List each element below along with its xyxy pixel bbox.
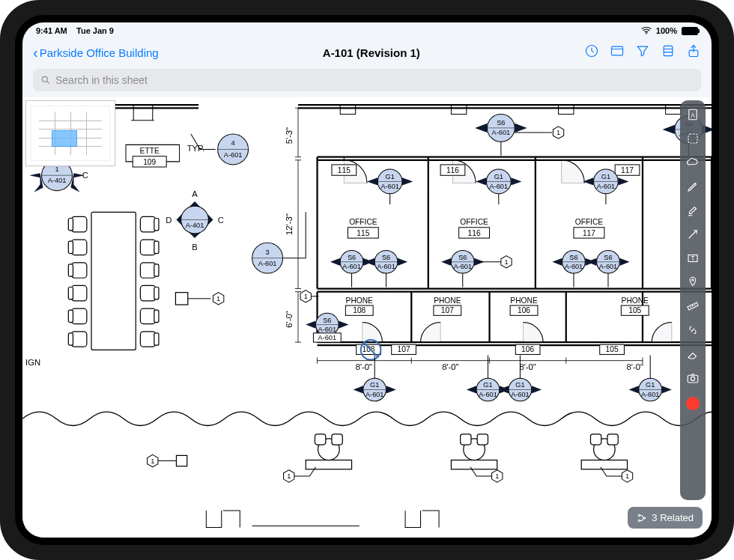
hex-ws-3: 1 [622, 470, 632, 482]
svg-text:G1: G1 [646, 381, 655, 389]
search-input[interactable]: Search in this sheet [33, 69, 701, 91]
svg-rect-2 [611, 46, 622, 55]
door-tag-106b: 106 [515, 344, 540, 354]
svg-text:116: 116 [446, 166, 459, 174]
status-date: Tue Jan 9 [76, 26, 114, 35]
search-icon [40, 75, 51, 85]
svg-rect-203 [154, 219, 159, 231]
search-placeholder: Search in this sheet [55, 74, 148, 86]
tool-pen[interactable] [685, 178, 701, 195]
grid-hex-1a: 1 [553, 127, 563, 139]
svg-text:107: 107 [398, 345, 410, 353]
tool-pin[interactable] [685, 274, 701, 290]
back-label: Parkside Office Building [40, 46, 159, 59]
svg-text:6'-0": 6'-0" [285, 311, 294, 327]
svg-text:ETTE: ETTE [140, 147, 160, 155]
svg-marker-112 [552, 258, 562, 266]
room-tag-106: PHONE106 [510, 296, 538, 315]
svg-marker-106 [441, 258, 451, 266]
record-button[interactable] [686, 397, 700, 410]
svg-text:OFFICE: OFFICE [349, 218, 377, 226]
tool-highlight[interactable] [685, 202, 701, 219]
tool-link[interactable] [685, 322, 701, 338]
svg-text:G1: G1 [494, 173, 503, 180]
svg-text:PHONE: PHONE [434, 296, 461, 305]
svg-text:PHONE: PHONE [510, 296, 538, 305]
door-tag-117: 117 [615, 165, 640, 175]
svg-marker-80 [618, 177, 628, 185]
room-tag-115: OFFICE115 [348, 218, 378, 238]
svg-rect-189 [91, 212, 136, 350]
svg-text:1: 1 [304, 293, 308, 300]
svg-marker-163 [532, 386, 542, 393]
s6-116: S6A-601 [441, 250, 484, 273]
svg-marker-151 [386, 386, 396, 393]
tool-cloud[interactable] [685, 154, 701, 171]
svg-rect-227 [590, 434, 601, 445]
svg-text:A-401: A-401 [48, 177, 67, 184]
svg-text:107: 107 [441, 306, 454, 314]
svg-text:A-601: A-601 [597, 183, 616, 190]
svg-rect-221 [451, 460, 497, 469]
back-button[interactable]: ‹ Parkside Office Building [33, 45, 159, 60]
tool-measure[interactable] [685, 298, 701, 314]
svg-marker-79 [583, 177, 593, 185]
nav-bar: ‹ Parkside Office Building A-101 (Revisi… [22, 39, 712, 66]
svg-text:8'-0": 8'-0" [442, 362, 458, 371]
svg-marker-63 [367, 177, 377, 185]
workstation-1 [306, 434, 351, 469]
sheet-viewport[interactable]: A T 3 Related [22, 97, 712, 538]
svg-text:1: 1 [625, 472, 629, 480]
svg-rect-198 [71, 308, 86, 323]
room-tag-108: PHONE108 [345, 296, 373, 315]
svg-text:108: 108 [353, 306, 366, 314]
tool-eraser[interactable] [685, 346, 701, 362]
tool-text[interactable]: T [685, 250, 701, 267]
svg-text:OFFICE: OFFICE [575, 218, 604, 226]
svg-rect-223 [461, 434, 471, 445]
svg-text:1: 1 [495, 472, 499, 480]
svg-text:A-601: A-601 [380, 183, 399, 190]
compare-button[interactable] [610, 43, 625, 61]
g1-lower-1: G1A-601 [354, 378, 396, 401]
svg-rect-3 [664, 46, 673, 55]
svg-text:S6: S6 [497, 119, 505, 127]
svg-rect-209 [154, 287, 159, 299]
svg-marker-50 [515, 124, 527, 133]
svg-marker-174 [306, 320, 315, 328]
svg-marker-49 [475, 124, 487, 133]
filter-button[interactable] [635, 43, 650, 61]
door-tag-116: 116 [440, 165, 465, 175]
related-label: 3 Related [652, 512, 694, 523]
svg-text:S6: S6 [323, 317, 331, 324]
section-diamond: A C B D A-401 [166, 189, 224, 252]
minimap[interactable] [25, 100, 115, 166]
conference-table [68, 212, 159, 350]
tool-arrow[interactable] [685, 226, 701, 243]
svg-text:109: 109 [143, 158, 156, 166]
chevron-left-icon: ‹ [33, 45, 38, 60]
svg-text:1: 1 [504, 258, 508, 266]
svg-marker-175 [339, 320, 348, 328]
svg-text:A-601: A-601 [490, 183, 509, 190]
tool-select[interactable] [685, 130, 701, 147]
svg-text:A-401: A-401 [186, 222, 204, 229]
door-tag-115: 115 [332, 165, 357, 175]
svg-text:106: 106 [518, 306, 530, 314]
tool-sheet-tag[interactable]: A [685, 106, 701, 123]
room-tag-105: PHONE105 [621, 296, 649, 315]
history-button[interactable] [584, 43, 599, 61]
share-button[interactable] [686, 43, 701, 61]
related-button[interactable]: 3 Related [628, 507, 703, 529]
layers-button[interactable] [661, 43, 676, 61]
svg-text:A-601: A-601 [492, 129, 511, 136]
tool-camera[interactable] [685, 370, 701, 386]
svg-text:S6: S6 [348, 254, 356, 261]
svg-text:1: 1 [287, 472, 291, 480]
svg-rect-197 [68, 287, 73, 299]
svg-text:106: 106 [521, 345, 534, 353]
svg-text:5'-3": 5'-3" [285, 127, 294, 144]
callout-g1-116: G1A-601 [476, 169, 521, 194]
svg-marker-71 [476, 177, 486, 185]
label-ign: IGN [25, 358, 40, 367]
